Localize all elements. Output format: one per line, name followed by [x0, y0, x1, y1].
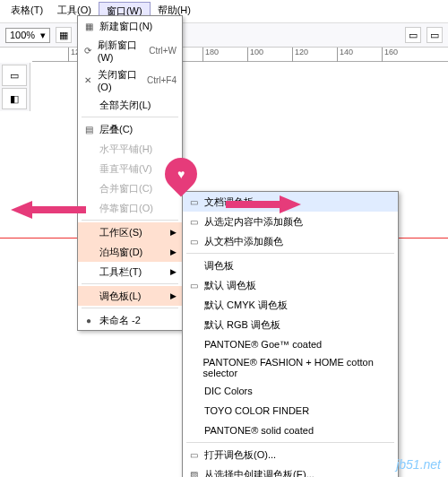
shortcut: Ctrl+W: [149, 46, 177, 56]
menu-icon: [186, 423, 201, 438]
menu-icon: [82, 225, 96, 239]
menu-item: 合并窗口(C): [78, 178, 182, 198]
menu-icon: ✕: [82, 74, 94, 88]
menu-item[interactable]: 工具栏(T)▶: [78, 262, 182, 282]
menu-item: 垂直平铺(V): [78, 159, 182, 178]
menu-label: 合并窗口(C): [99, 182, 152, 195]
menu-item[interactable]: ▨从选择中创建调色板(E)...: [183, 464, 398, 477]
menu-item[interactable]: ▭打开调色板(O)...: [183, 445, 398, 464]
menu-icon: ▭: [186, 234, 201, 248]
menu-icon: ●: [82, 313, 96, 327]
menu-label: DIC Colors: [204, 386, 253, 396]
menu-item[interactable]: 泊坞窗(D)▶: [78, 242, 182, 262]
menubar: 表格(T) 工具(O) 窗口(W) 帮助(H): [0, 0, 448, 23]
menu-item[interactable]: ▭从选定内容中添加颜色: [183, 212, 398, 231]
menu-icon: [186, 384, 201, 398]
menu-icon: ▤: [82, 122, 96, 136]
menu-label: 默认 调色板: [204, 279, 256, 292]
menu-icon: [82, 245, 96, 259]
menu-icon: [186, 298, 201, 312]
menu-icon: [186, 360, 200, 375]
menu-item[interactable]: PANTONE® FASHION + HOME cotton selector: [183, 354, 398, 381]
menu-label: 从文档中添加颜色: [204, 235, 283, 248]
menu-icon: [82, 289, 96, 303]
menu-icon: [82, 161, 96, 176]
shortcut: Ctrl+F4: [147, 75, 177, 85]
chevron-right-icon: ▶: [170, 291, 177, 300]
menu-item: 停靠窗口(O): [78, 198, 182, 218]
menu-item: 水平平铺(H): [78, 139, 182, 159]
zoom-combo[interactable]: 100%▾: [5, 28, 50, 43]
menu-icon: [82, 142, 96, 156]
menu-label: 停靠窗口(O): [99, 202, 153, 215]
menu-label: 泊坞窗(D): [99, 246, 142, 259]
menu-label: PANTONE® FASHION + HOME cotton selector: [203, 357, 392, 378]
menu-icon: [82, 98, 96, 112]
menu-item[interactable]: 调色板: [183, 256, 398, 275]
menu-icon: ▭: [186, 214, 201, 229]
menu-label: PANTONE® solid coated: [204, 425, 314, 436]
chevron-right-icon: ▶: [170, 267, 177, 276]
tool-button[interactable]: ▭: [2, 65, 27, 86]
menu-item[interactable]: PANTONE® solid coated: [183, 421, 398, 440]
menu-item[interactable]: ▦新建窗口(N): [78, 16, 182, 36]
menu-label: 默认 CMYK 调色板: [204, 299, 288, 312]
window-menu-dropdown: ▦新建窗口(N)⟳刷新窗口(W)Ctrl+W✕关闭窗口(O)Ctrl+F4全部关…: [77, 15, 183, 331]
toolbar: 100%▾ ▦ ▭ ▭ ▭: [0, 23, 448, 48]
chevron-right-icon: ▶: [170, 247, 177, 256]
tool-button[interactable]: ▭: [426, 27, 443, 43]
menu-icon: [186, 258, 201, 273]
menu-label: 垂直平铺(V): [99, 162, 152, 176]
annotation-arrow-icon: [11, 201, 32, 219]
menu-label: 关闭窗口(O): [98, 68, 143, 92]
menu-label: 默认 RGB 调色板: [204, 318, 280, 332]
left-toolbox: ▭ ◧: [0, 63, 30, 111]
palette-submenu: ▭文档调色板▭从选定内容中添加颜色▭从文档中添加颜色调色板▭默认 调色板默认 C…: [182, 191, 399, 477]
menu-icon: [82, 265, 96, 279]
menu-icon: ▭: [186, 447, 201, 462]
menu-label: 水平平铺(H): [99, 143, 152, 156]
menu-label: 从选定内容中添加颜色: [204, 215, 303, 229]
menu-icon: [186, 317, 201, 332]
menu-label: 工作区(S): [99, 226, 142, 239]
menu-label: 层叠(C): [99, 123, 133, 136]
menu-item[interactable]: ▭默认 调色板: [183, 275, 398, 295]
menu-item[interactable]: 调色板(L)▶: [78, 286, 182, 306]
tool-button[interactable]: ▭: [405, 27, 421, 43]
chevron-down-icon: ▾: [40, 30, 46, 41]
menu-item[interactable]: ●未命名 -2: [78, 310, 182, 330]
menu-item[interactable]: ▤层叠(C): [78, 119, 182, 139]
menu-item[interactable]: TOYO COLOR FINDER: [183, 401, 398, 421]
menu-label: TOYO COLOR FINDER: [204, 405, 309, 416]
menu-icon: [186, 403, 201, 418]
watermark: jb51.net: [396, 457, 441, 472]
menu-item[interactable]: ▭从文档中添加颜色: [183, 231, 398, 251]
menu-label: 新建窗口(N): [99, 20, 152, 33]
menu-icon: ▭: [186, 195, 201, 209]
menu-label: 未命名 -2: [99, 314, 141, 327]
menu-label: 从选择中创建调色板(E)...: [204, 468, 314, 478]
menu-item[interactable]: 全部关闭(L): [78, 95, 182, 115]
menu-icon: [82, 181, 96, 195]
menu-item[interactable]: PANTONE® Goe™ coated: [183, 334, 398, 354]
menu-item[interactable]: 默认 CMYK 调色板: [183, 295, 398, 315]
menu-icon: ▦: [82, 19, 96, 33]
menu-item[interactable]: 默认 RGB 调色板: [183, 315, 398, 334]
annotation-arrow-icon: [280, 195, 301, 213]
tool-button[interactable]: ◧: [2, 88, 27, 109]
chevron-right-icon: ▶: [170, 228, 177, 237]
menu-item[interactable]: 工作区(S)▶: [78, 222, 182, 242]
menu-icon: ▭: [186, 278, 201, 292]
menu-item[interactable]: ⟳刷新窗口(W)Ctrl+W: [78, 36, 182, 65]
menu-icon: ▨: [186, 467, 201, 477]
menu-tables[interactable]: 表格(T): [4, 2, 50, 21]
menu-label: 调色板: [204, 259, 234, 273]
menu-item[interactable]: DIC Colors: [183, 381, 398, 401]
menu-label: 全部关闭(L): [99, 99, 151, 112]
menu-item[interactable]: ✕关闭窗口(O)Ctrl+F4: [78, 65, 182, 95]
menu-icon: ⟳: [82, 44, 94, 58]
menu-label: 刷新窗口(W): [98, 39, 145, 63]
tool-button[interactable]: ▦: [56, 27, 72, 43]
menu-label: 打开调色板(O)...: [204, 448, 276, 462]
menu-icon: [186, 337, 201, 351]
